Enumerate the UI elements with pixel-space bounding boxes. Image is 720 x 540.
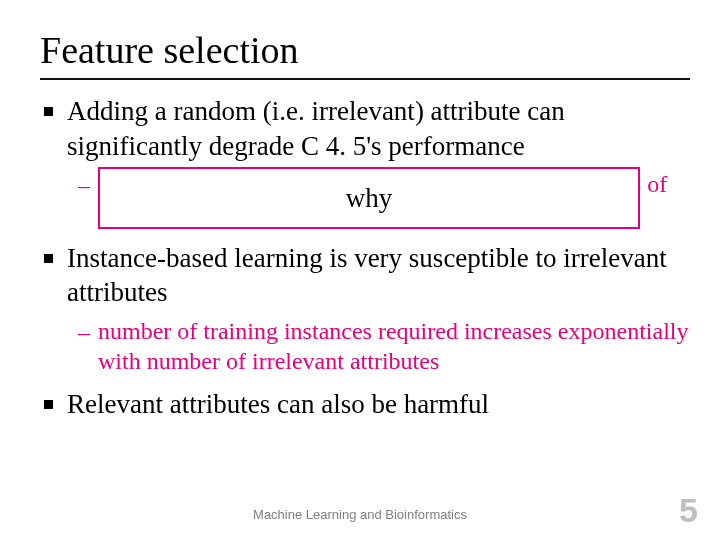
bullet-1: Adding a random (i.e. irrelevant) attrib…: [40, 94, 690, 163]
bullet-list: Adding a random (i.e. irrelevant) attrib…: [40, 94, 690, 422]
bullet-3-text: Relevant attributes can also be harmful: [67, 387, 489, 422]
why-callout-text: why: [346, 183, 393, 214]
dash-icon: –: [78, 318, 90, 347]
page-number: 5: [679, 491, 698, 530]
page-title: Feature selection: [40, 28, 690, 72]
bullet-2-sub-1-text: number of training instances required in…: [98, 316, 690, 377]
why-callout-box: why: [98, 167, 640, 229]
why-overlay-wrap: attribute selection based on smaller and…: [98, 169, 690, 230]
square-bullet-icon: [44, 107, 53, 116]
bullet-1-sublist: – attribute selection based on smaller a…: [78, 169, 690, 230]
title-rule: [40, 78, 690, 80]
bullet-2: Instance-based learning is very suscepti…: [40, 241, 690, 310]
bullet-2-sublist: – number of training instances required …: [78, 316, 690, 377]
bullet-1-sub-1: – attribute selection based on smaller a…: [78, 169, 690, 230]
bullet-1-text: Adding a random (i.e. irrelevant) attrib…: [67, 94, 690, 163]
footer-text: Machine Learning and Bioinformatics: [0, 507, 720, 522]
bullet-3: Relevant attributes can also be harmful: [40, 387, 690, 422]
slide: Feature selection Adding a random (i.e. …: [0, 0, 720, 540]
square-bullet-icon: [44, 254, 53, 263]
square-bullet-icon: [44, 400, 53, 409]
dash-icon: –: [78, 171, 90, 200]
bullet-2-text: Instance-based learning is very suscepti…: [67, 241, 690, 310]
bullet-2-sub-1: – number of training instances required …: [78, 316, 690, 377]
